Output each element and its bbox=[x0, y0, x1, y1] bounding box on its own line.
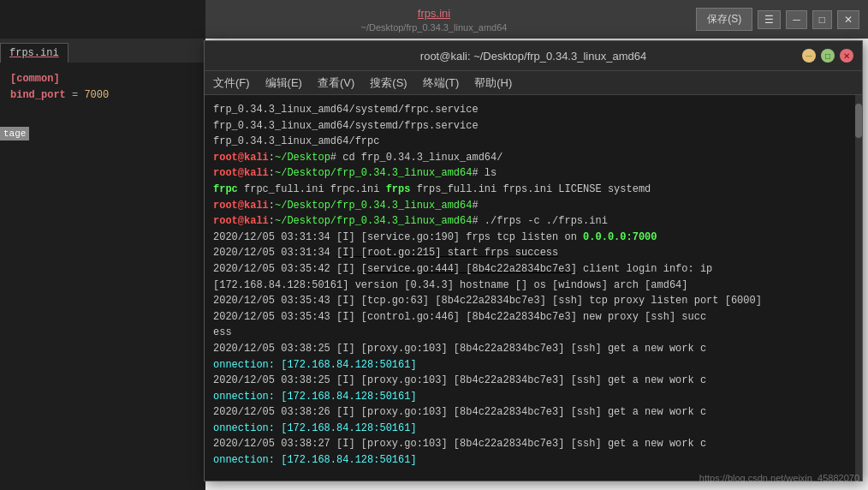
scrollbar-thumb[interactable] bbox=[855, 104, 862, 138]
save-button[interactable]: 保存(S) bbox=[696, 8, 752, 31]
line-14: 2020/12/05 03:38:25 [I] [proxy.go:103] [… bbox=[213, 341, 853, 357]
editor-content: [common] bind_port = 7000 bbox=[0, 63, 205, 490]
line-17: 2020/12/05 03:38:27 [I] [proxy.go:103] [… bbox=[213, 436, 853, 452]
line-5: root@kali:~/Desktop/frp_0.34.3_linux_amd… bbox=[213, 165, 853, 182]
terminal-titlebar: root@kali: ~/Desktop/frp_0.34.3_linux_am… bbox=[205, 41, 862, 71]
line-6: frpc frpc_full.ini frpc.ini frps frps_fu… bbox=[213, 182, 853, 198]
bind-port-key: bind_port bbox=[10, 89, 66, 101]
line-2: frp_0.34.3_linux_amd64/systemd/frps.serv… bbox=[213, 118, 853, 134]
terminal-controls: ─ □ ✕ bbox=[802, 49, 853, 63]
line-15: 2020/12/05 03:38:25 [I] [proxy.go:103] [… bbox=[213, 373, 853, 389]
editor-panel: frps.ini [common] bind_port = 7000 bbox=[0, 0, 205, 490]
line-7: root@kali:~/Desktop/frp_0.34.3_linux_amd… bbox=[213, 198, 853, 214]
menu-button[interactable]: ☰ bbox=[758, 10, 781, 29]
terminal-title: root@kali: ~/Desktop/frp_0.34.3_linux_am… bbox=[265, 50, 802, 63]
menu-edit[interactable]: 编辑(E) bbox=[265, 75, 302, 91]
line-1: frp_0.34.3_linux_amd64/systemd/frpc.serv… bbox=[213, 102, 853, 118]
line-8: root@kali:~/Desktop/frp_0.34.3_linux_amd… bbox=[213, 213, 853, 230]
line-15b: onnection: [172.168.84.128:50161] bbox=[213, 389, 853, 405]
minimize-button[interactable]: ─ bbox=[786, 10, 807, 29]
line-10: 2020/12/05 03:31:34 [I] [root.go:215] st… bbox=[213, 245, 853, 261]
file-path: ~/Desktop/frp_0.34.3_linux_amd64 bbox=[361, 22, 508, 33]
tab-label: frps.ini bbox=[9, 47, 59, 59]
file-title: frps.ini bbox=[418, 7, 450, 20]
terminal-scrollbar[interactable] bbox=[855, 95, 862, 481]
terminal-window: root@kali: ~/Desktop/frp_0.34.3_linux_am… bbox=[204, 40, 863, 481]
menu-file[interactable]: 文件(F) bbox=[213, 75, 250, 91]
menu-terminal[interactable]: 终端(T) bbox=[423, 75, 460, 91]
line-13: 2020/12/05 03:35:43 [I] [control.go:446]… bbox=[213, 309, 853, 326]
bind-port-value: 7000 bbox=[84, 89, 109, 101]
menu-help[interactable]: 帮助(H) bbox=[474, 75, 512, 91]
terminal-maximize[interactable]: □ bbox=[821, 49, 835, 63]
equals-sign: = bbox=[66, 89, 85, 101]
line-12: 2020/12/05 03:35:43 [I] [tcp.go:63] [8b4… bbox=[213, 293, 853, 309]
line-14b: onnection: [172.168.84.128:50161] bbox=[213, 357, 853, 373]
editor-line-2: bind_port = 7000 bbox=[10, 87, 195, 104]
line-16b: onnection: [172.168.84.128:50161] bbox=[213, 421, 853, 437]
line-11: 2020/12/05 03:35:42 [I] [service.go:444]… bbox=[213, 261, 853, 293]
terminal-menubar: 文件(F) 编辑(E) 查看(V) 搜索(S) 终端(T) 帮助(H) bbox=[205, 71, 862, 95]
maximize-button[interactable]: □ bbox=[812, 10, 832, 29]
line-16: 2020/12/05 03:38:26 [I] [proxy.go:103] [… bbox=[213, 404, 853, 421]
watermark: https://blog.csdn.net/weixin_45882070 bbox=[699, 473, 859, 483]
stage-tag: tage bbox=[0, 127, 29, 140]
editor-tab-bar: frps.ini bbox=[0, 39, 205, 63]
editor-common-bracket: [common] bbox=[10, 73, 60, 85]
terminal-output: frp_0.34.3_linux_amd64/systemd/frpc.serv… bbox=[213, 102, 853, 469]
line-9: 2020/12/05 03:31:34 [I] [service.go:190]… bbox=[213, 230, 853, 246]
line-3: frp_0.34.3_linux_amd64/frpc bbox=[213, 134, 853, 150]
menu-view[interactable]: 查看(V) bbox=[318, 75, 354, 91]
line-4: root@kali:~/Desktop# cd frp_0.34.3_linux… bbox=[213, 150, 853, 166]
terminal-close[interactable]: ✕ bbox=[840, 49, 853, 63]
editor-line-1: [common] bbox=[10, 71, 195, 87]
line-13b: ess bbox=[213, 325, 853, 341]
topbar-right: 保存(S) ☰ ─ □ ✕ bbox=[696, 8, 859, 31]
terminal-body[interactable]: frp_0.34.3_linux_amd64/systemd/frpc.serv… bbox=[205, 95, 862, 481]
line-17b: onnection: [172.168.84.128:50161] bbox=[213, 452, 853, 469]
editor-tab[interactable]: frps.ini bbox=[0, 43, 68, 63]
close-button[interactable]: ✕ bbox=[837, 10, 859, 29]
menu-search[interactable]: 搜索(S) bbox=[370, 75, 407, 91]
terminal-minimize[interactable]: ─ bbox=[802, 49, 816, 63]
